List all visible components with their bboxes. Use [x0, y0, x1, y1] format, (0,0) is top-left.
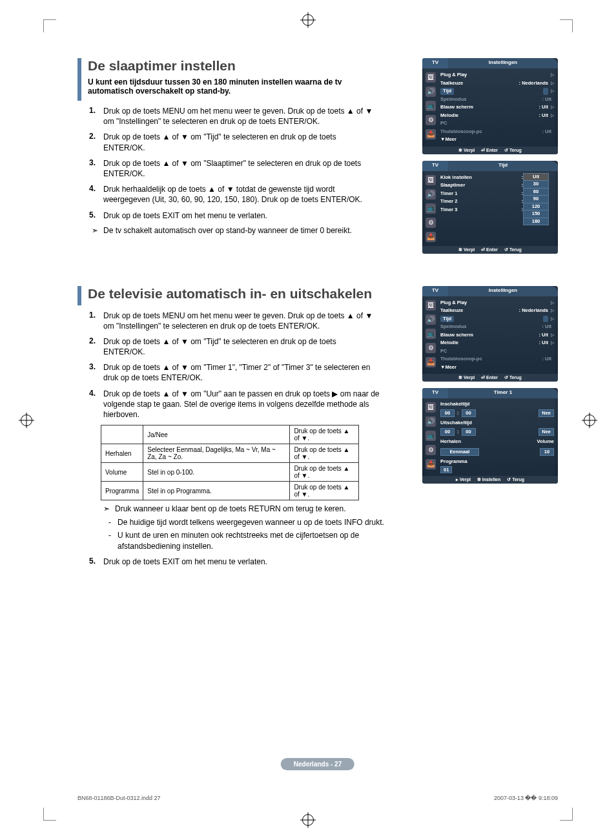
off-time-label: Uitschakeltijd	[440, 420, 554, 427]
step-number: 2.	[89, 336, 103, 357]
osd-title: Timer 1	[448, 388, 558, 398]
table-cell: Druk op de toets ▲ of ▼.	[290, 444, 359, 463]
osd-menu-item: ▼Meer	[440, 136, 554, 144]
osd-menu-item: Plug & Play▷	[440, 299, 554, 307]
note-text: De tv schakelt automatisch over op stand…	[103, 226, 352, 235]
input-icon: 📥	[426, 232, 436, 242]
osd-tv-label: TV	[422, 58, 448, 68]
osd-menu-item: Taalkeuze: Nederlands▷	[440, 307, 554, 315]
osd-option-list: Uit306090120150180	[523, 174, 554, 243]
osd-footer: ▸ Verpl ≑ Instellen ↺ Terug	[422, 476, 558, 484]
step-number: 1.	[89, 311, 103, 331]
osd-menu-item: Blauw scherm: Uit▷	[440, 103, 554, 112]
osd-menu-item: PC	[440, 119, 554, 128]
osd-menu-item: Thuisbioscoop-pc: Uit	[440, 355, 554, 364]
table-header: Ja/Nee	[143, 425, 290, 444]
title-accent-bar	[77, 286, 81, 305]
osd-menu-item: Plug & Play▷	[440, 71, 554, 79]
picture-icon: 🖼	[426, 402, 436, 413]
osd-menu-item: Timer 3:	[440, 206, 523, 214]
page-content: De slaaptimer instellen U kunt een tijds…	[77, 58, 558, 782]
picture-icon: 🖼	[426, 300, 436, 311]
section-auto-on-off: De televisie automatisch in- en uitschak…	[77, 286, 558, 572]
osd-footer: ≑ Verpl ⏎ Enter ↺ Terug	[422, 147, 558, 154]
footer-enter: ⏎ Enter	[481, 148, 498, 153]
footer-move: ≑ Verpl	[458, 375, 475, 380]
step-number: 5.	[89, 210, 103, 221]
footer-move: ≑ Verpl	[458, 148, 475, 153]
osd-menu-item: Tijd▷	[440, 315, 554, 323]
osd-menu-item: Taalkeuze: Nederlands▷	[440, 79, 554, 88]
activation-field: Nee	[539, 409, 554, 418]
osd-sidebar-icons: 🖼 🔊 📺 ⚙ 📥	[422, 68, 439, 147]
footer-filename: BN68-01186B-Dut-0312.indd 27	[77, 795, 161, 801]
table-cell: Volume	[101, 463, 143, 482]
hour-field: 00	[440, 428, 455, 436]
crop-mark	[43, 808, 56, 821]
step-number: 4.	[89, 389, 103, 420]
osd-option: 180	[523, 218, 549, 226]
footer-timestamp: 2007-03-13 �� 9:18:09	[494, 795, 558, 801]
step-text: Druk op de toets ▲ of ▼ om "Tijd" te sel…	[103, 132, 380, 152]
sound-icon: 🔊	[426, 87, 436, 97]
channel-icon: 📺	[426, 101, 436, 111]
osd-menu-item: Slaaptimer:	[440, 181, 523, 190]
footer-adjust: ≑ Instellen	[477, 477, 500, 482]
programme-value: 01	[440, 466, 452, 473]
osd-menu-item: Timer 2:	[440, 198, 523, 206]
steps-list: 1.Druk op de toets MENU om het menu weer…	[89, 106, 380, 221]
note: ➣ Druk wanneer u klaar bent op de toets …	[103, 504, 381, 513]
sub-note: -U kunt de uren en minuten ook rechtstre…	[108, 530, 413, 551]
step-text: Druk herhaaldelijk op de toets ▲ of ▼ to…	[103, 184, 380, 205]
step-text: Druk op de toets ▲ of ▼ om "Uur" aan te …	[103, 389, 380, 420]
channel-icon: 📺	[426, 329, 436, 339]
sound-icon: 🔊	[426, 416, 436, 427]
note: ➣ De tv schakelt automatisch over op sta…	[92, 226, 369, 235]
sound-icon: 🔊	[426, 314, 436, 325]
note-text: Druk wanneer u klaar bent op de toets RE…	[115, 504, 346, 513]
channel-icon: 📺	[426, 203, 436, 214]
setup-icon: ⚙	[426, 218, 436, 228]
input-icon: 📥	[426, 459, 436, 469]
step-text: Druk op de toets MENU om het menu weer t…	[103, 311, 380, 331]
step-text: Druk op de toets EXIT om het menu te ver…	[103, 557, 380, 567]
osd-menu-item: Blauw scherm: Uit▷	[440, 331, 554, 340]
volume-value: 10	[540, 448, 554, 456]
crop-mark	[43, 19, 56, 32]
osd-menu-item: Spelmodus: Uit	[440, 323, 554, 331]
settings-table: Ja/Nee Druk op de toets ▲ of ▼. Herhalen…	[101, 425, 359, 500]
step-number: 5.	[89, 557, 103, 567]
crop-mark	[560, 19, 573, 32]
volume-label: Volume	[537, 438, 554, 446]
table-cell: Druk op de toets ▲ of ▼.	[290, 482, 359, 500]
footer-return: ↺ Terug	[507, 477, 524, 482]
osd-instellingen: TV Instellingen 🖼 🔊 📺 ⚙ 📥 Plug & Play▷Ta…	[422, 286, 558, 382]
programme-label: Programma	[440, 458, 554, 466]
footer-return: ↺ Terug	[504, 375, 522, 380]
minute-field: 00	[462, 409, 476, 418]
osd-footer: ≑ Verpl ⏎ Enter ↺ Terug	[422, 374, 558, 382]
osd-sidebar-icons: 🖼 🔊 📺 ⚙ 📥	[422, 296, 439, 374]
step-text: Druk op de toets ▲ of ▼ om "Tijd" te sel…	[103, 336, 380, 357]
title-accent-bar	[77, 58, 81, 101]
osd-sidebar-icons: 🖼 🔊 📺 ⚙ 📥	[422, 171, 439, 246]
osd-menu-item: Timer 1:	[440, 190, 523, 198]
section-sleep-timer: De slaaptimer instellen U kunt een tijds…	[77, 58, 558, 260]
step-number: 2.	[89, 132, 103, 152]
repeat-value: Eenmaal	[440, 448, 479, 456]
footer-move: ▸ Verpl	[456, 477, 471, 482]
table-cell: Druk op de toets ▲ of ▼.	[290, 463, 359, 482]
step-text: Druk op de toets MENU om het menu weer t…	[103, 106, 380, 127]
step-text: Druk op de toets ▲ of ▼ om "Slaaptimer" …	[103, 158, 380, 179]
osd-menu-list: Plug & Play▷Taalkeuze: Nederlands▷Tijd▷S…	[439, 68, 558, 147]
osd-tv-label: TV	[422, 161, 448, 171]
setup-icon: ⚙	[426, 343, 436, 353]
step-number: 3.	[89, 158, 103, 179]
minute-field: 00	[462, 428, 476, 436]
setup-icon: ⚙	[426, 445, 436, 455]
section-intro: U kunt een tijdsduur tussen 30 en 180 mi…	[88, 77, 372, 96]
table-cell: Stel in op Programma.	[143, 482, 290, 500]
step-number: 4.	[89, 184, 103, 205]
osd-timer1: TV Timer 1 🖼 🔊 📺 ⚙ 📥 Inschakeltijd 0	[422, 388, 558, 484]
note-arrow-icon: ➣	[103, 504, 115, 513]
